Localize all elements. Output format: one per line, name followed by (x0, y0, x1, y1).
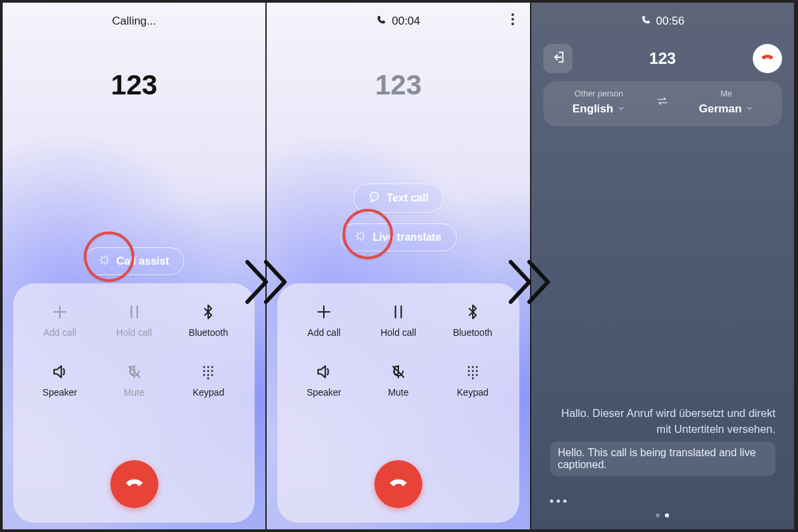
hold-call-button[interactable]: Hold call (97, 302, 172, 338)
call-status: Calling... (3, 15, 265, 28)
speaker-label: Speaker (307, 387, 341, 398)
bluetooth-button[interactable]: Bluetooth (436, 302, 510, 338)
svg-point-19 (475, 374, 477, 376)
language-selector-card: Other person English Me German (543, 81, 782, 126)
controls-grid: Add call Hold call Bluetooth Speaker Mut… (287, 302, 509, 398)
more-button[interactable] (550, 499, 567, 503)
me-language-value: German (699, 102, 741, 116)
call-controls-sheet: Add call Hold call Bluetooth Speaker Mut… (277, 283, 519, 523)
end-call-button[interactable] (374, 460, 422, 508)
contact-number: 123 (267, 69, 529, 101)
triptych: Calling... 123 Call assist Add call Hold… (0, 0, 798, 532)
plus-icon (314, 302, 334, 322)
panel-incall: 00:04 123 Text call Live translate (267, 3, 531, 529)
bluetooth-button[interactable]: Bluetooth (172, 302, 246, 338)
svg-point-15 (471, 370, 473, 372)
keypad-button[interactable]: Keypad (172, 362, 246, 398)
bluetooth-icon (198, 302, 218, 322)
caption-source: Hallo. Dieser Anruf wird übersetzt und d… (550, 406, 775, 438)
call-timer: 00:04 (392, 15, 420, 28)
live-translate-button[interactable]: Live translate (340, 223, 456, 251)
svg-point-3 (203, 370, 205, 372)
panel-translate: 00:56 123 Other person English (531, 3, 795, 529)
svg-point-16 (475, 370, 477, 372)
bluetooth-icon (463, 302, 483, 322)
keypad-icon (463, 362, 483, 382)
keypad-button[interactable]: Keypad (436, 362, 510, 398)
contact-number: 123 (649, 49, 676, 68)
swap-languages-button[interactable] (649, 94, 676, 110)
svg-point-9 (207, 378, 209, 380)
svg-point-17 (467, 374, 469, 376)
hold-call-button[interactable]: Hold call (361, 302, 436, 338)
add-call-button[interactable]: Add call (23, 302, 97, 338)
call-status-text: Calling... (112, 15, 156, 28)
svg-point-18 (471, 374, 473, 376)
phone-hangup-icon (759, 49, 775, 68)
speaker-icon (314, 362, 334, 382)
keypad-label: Keypad (193, 387, 224, 398)
svg-point-7 (207, 374, 209, 376)
call-assist-label: Call assist (116, 255, 169, 267)
chevron-down-icon (745, 102, 753, 116)
svg-point-0 (203, 366, 205, 368)
svg-point-14 (467, 370, 469, 372)
call-assist-button[interactable]: Call assist (84, 247, 184, 275)
caption-area: Hallo. Dieser Anruf wird übersetzt und d… (550, 406, 775, 476)
call-timer: 00:56 (656, 15, 685, 28)
back-button[interactable] (543, 44, 573, 73)
mute-icon (124, 362, 144, 382)
contact-number: 123 (3, 69, 265, 101)
end-call-mini-button[interactable] (753, 44, 782, 73)
call-timer-row: 00:04 (267, 15, 529, 28)
bluetooth-label: Bluetooth (189, 327, 228, 338)
phone-hangup-icon (123, 471, 146, 497)
svg-point-8 (211, 374, 213, 376)
plus-icon (50, 302, 70, 322)
mute-button[interactable]: Mute (97, 362, 172, 398)
svg-point-5 (211, 370, 213, 372)
me-language-button[interactable]: Me German (676, 89, 777, 116)
caption-translation: Hello. This call is being translated and… (550, 442, 775, 476)
mute-button[interactable]: Mute (361, 362, 436, 398)
svg-point-12 (471, 366, 473, 368)
hold-call-label: Hold call (116, 327, 152, 338)
speaker-icon (50, 362, 70, 382)
text-call-button[interactable]: Text call (353, 184, 444, 213)
svg-point-20 (471, 378, 473, 380)
keypad-icon (198, 362, 218, 382)
sparkle-icon (99, 255, 110, 268)
add-call-button[interactable]: Add call (287, 302, 361, 338)
controls-grid: Add call Hold call Bluetooth Speaker Mut… (23, 302, 245, 398)
text-call-label: Text call (387, 192, 429, 204)
mute-label: Mute (124, 387, 144, 398)
sparkle-icon (355, 231, 366, 244)
keypad-label: Keypad (457, 387, 488, 398)
panel-calling: Calling... 123 Call assist Add call Hold… (3, 3, 267, 529)
hold-call-label: Hold call (380, 327, 416, 338)
other-language-button[interactable]: Other person English (549, 89, 650, 116)
add-call-label: Add call (307, 327, 340, 338)
svg-point-6 (203, 374, 205, 376)
translate-topbar: 123 (543, 44, 782, 73)
svg-point-13 (475, 366, 477, 368)
speaker-label: Speaker (43, 387, 77, 398)
exit-icon (551, 50, 565, 67)
chat-icon (368, 191, 380, 205)
svg-point-2 (211, 366, 213, 368)
pause-icon (388, 302, 408, 322)
mute-label: Mute (388, 387, 408, 398)
live-translate-label: Live translate (372, 231, 441, 243)
speaker-button[interactable]: Speaker (287, 362, 361, 398)
swap-icon (656, 94, 669, 110)
end-call-button[interactable] (110, 460, 158, 508)
svg-point-11 (467, 366, 469, 368)
me-label: Me (676, 89, 777, 98)
call-timer-row: 00:56 (531, 15, 794, 28)
chevron-down-icon (617, 102, 625, 116)
phone-icon (376, 15, 386, 28)
other-label: Other person (549, 89, 650, 98)
more-menu-button[interactable] (511, 13, 514, 25)
speaker-button[interactable]: Speaker (23, 362, 97, 398)
add-call-label: Add call (43, 327, 76, 338)
